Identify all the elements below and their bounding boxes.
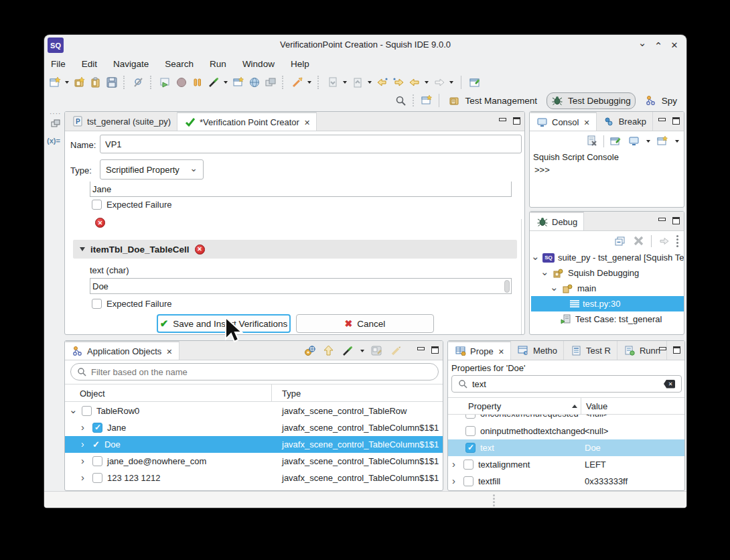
object-row-doe[interactable]: ✓ Doe javafx_scene_control_TableColumn$1… xyxy=(65,436,443,453)
next-annotation-dropdown-icon[interactable] xyxy=(343,81,347,84)
object-row-email[interactable]: jane_doe@nowhere_com javafx_scene_contro… xyxy=(65,453,443,470)
object-row-phone[interactable]: 123 123 1212 javafx_scene_control_TableC… xyxy=(65,470,443,486)
variables-view-icon[interactable]: (x)= xyxy=(47,137,60,145)
open-perspective-icon[interactable] xyxy=(421,94,433,107)
tab-breakpoints[interactable]: Breakp xyxy=(597,112,653,131)
maximize-panel-icon[interactable] xyxy=(672,117,680,125)
object-checkbox[interactable] xyxy=(92,456,102,466)
new-test-case-icon[interactable] xyxy=(89,76,102,89)
column-value[interactable]: Value xyxy=(586,401,607,411)
chevron-right-icon[interactable] xyxy=(80,474,88,482)
close-window-button[interactable] xyxy=(668,39,681,51)
minimize-panel-icon[interactable] xyxy=(499,118,506,124)
tab-application-objects[interactable]: Application Objects xyxy=(65,341,179,360)
type-dropdown[interactable]: Scriptified Property xyxy=(100,159,204,180)
picker-dropdown-icon[interactable] xyxy=(224,81,228,84)
record-icon[interactable] xyxy=(175,76,188,89)
quit-aut-icon[interactable] xyxy=(132,76,145,89)
expected-failure-checkbox-2[interactable] xyxy=(92,299,102,309)
maximize-panel-icon[interactable] xyxy=(431,346,439,354)
maximize-panel-icon[interactable] xyxy=(672,217,680,224)
object-picker-icon[interactable] xyxy=(207,76,220,89)
column-divider[interactable] xyxy=(271,384,272,402)
object-checkbox[interactable] xyxy=(82,406,92,416)
clear-filter-icon[interactable] xyxy=(664,380,675,389)
picker-dropdown-icon[interactable] xyxy=(360,350,364,352)
column-object[interactable]: Object xyxy=(80,389,105,399)
chevron-right-icon[interactable] xyxy=(80,458,88,466)
maximize-panel-icon[interactable] xyxy=(673,346,680,354)
debug-testcase-row[interactable]: Test Case: tst_general xyxy=(531,311,684,327)
perspective-test-management[interactable]: Test Management xyxy=(445,93,541,109)
pause-icon[interactable] xyxy=(191,76,204,89)
minimize-panel-icon[interactable] xyxy=(658,218,666,224)
property-checkbox[interactable] xyxy=(463,460,473,470)
perspective-spy[interactable]: Spy xyxy=(641,93,681,109)
minimize-panel-icon[interactable] xyxy=(659,347,666,353)
previous-annotation-icon[interactable] xyxy=(351,76,364,89)
property-filter-input[interactable] xyxy=(472,379,659,389)
tab-tst-general[interactable]: P tst_general (suite_py) xyxy=(65,112,177,131)
menu-edit[interactable]: Edit xyxy=(82,59,97,69)
minimize-panel-icon[interactable] xyxy=(417,347,425,353)
save-icon[interactable] xyxy=(105,76,118,89)
new-dropdown-icon[interactable] xyxy=(65,81,69,84)
back-icon[interactable] xyxy=(408,76,421,89)
pin-console-icon[interactable] xyxy=(609,135,622,147)
doe-value-field[interactable] xyxy=(90,278,512,294)
close-tab-icon[interactable] xyxy=(497,346,504,356)
tab-console[interactable]: Consol xyxy=(530,112,597,131)
expected-failure-checkbox-1[interactable] xyxy=(92,200,102,210)
section-header[interactable]: itemTbl_Doe_TableCell xyxy=(73,240,517,259)
forward-icon[interactable] xyxy=(433,76,445,89)
menu-search[interactable]: Search xyxy=(165,59,194,69)
property-checkbox-checked[interactable] xyxy=(465,443,476,453)
object-row-jane[interactable]: Jane javafx_scene_control_TableColumn$1$… xyxy=(65,419,443,436)
property-row-oninputmethodtextchanged[interactable]: oninputmethodtextchanged <null> xyxy=(448,423,684,439)
chevron-down-icon[interactable] xyxy=(540,269,549,277)
name-input-field[interactable] xyxy=(105,139,516,149)
new-window-icon[interactable] xyxy=(232,76,244,89)
refresh-objects-icon[interactable] xyxy=(303,344,316,357)
debug-main-row[interactable]: main xyxy=(531,281,684,296)
pick-parent-icon[interactable] xyxy=(322,344,335,357)
property-checkbox[interactable] xyxy=(465,415,476,419)
menu-file[interactable]: File xyxy=(51,59,66,69)
menu-navigate[interactable]: Navigate xyxy=(113,59,149,69)
chevron-right-icon[interactable] xyxy=(80,424,88,432)
menu-run[interactable]: Run xyxy=(210,59,226,69)
object-checkbox[interactable] xyxy=(92,473,102,483)
display-console-dropdown-icon[interactable] xyxy=(646,140,650,143)
jane-value-field[interactable] xyxy=(90,182,512,197)
debug-stack-frame-row[interactable]: test.py:30 xyxy=(531,296,684,311)
collapse-caret-icon[interactable] xyxy=(80,247,85,251)
remove-terminated-icon[interactable] xyxy=(632,234,645,247)
tab-test-results[interactable]: Test R xyxy=(564,341,617,360)
property-row-textalignment[interactable]: textalignment LEFT xyxy=(448,456,684,473)
view-menu-icon[interactable] xyxy=(676,235,678,247)
chevron-down-icon[interactable] xyxy=(550,285,558,293)
pin-editor-icon[interactable] xyxy=(468,76,481,89)
perspective-test-debugging[interactable]: Test Debugging xyxy=(546,92,636,109)
tab-methods[interactable]: M Metho xyxy=(511,341,564,360)
close-tab-icon[interactable] xyxy=(165,346,172,356)
debug-debugging-row[interactable]: Squish Debugging xyxy=(531,265,684,281)
property-row-text[interactable]: text Doe xyxy=(448,439,684,456)
windows-icon[interactable] xyxy=(264,76,277,89)
launch-dropdown-icon[interactable] xyxy=(307,81,311,84)
name-input[interactable] xyxy=(100,135,522,153)
object-filter-input[interactable] xyxy=(91,367,432,377)
property-row-textfill[interactable]: textfill 0x333333ff xyxy=(448,473,684,490)
object-checkbox-checked[interactable] xyxy=(92,423,102,433)
minimize-window-button[interactable] xyxy=(636,39,649,51)
doe-value-input[interactable] xyxy=(92,281,509,291)
tab-debug[interactable]: Debug xyxy=(530,212,584,230)
column-type[interactable]: Type xyxy=(282,389,301,399)
run-test-icon[interactable] xyxy=(159,76,171,89)
cancel-button[interactable]: Cancel xyxy=(296,314,434,333)
field-scrollbar[interactable] xyxy=(504,280,510,293)
search-icon[interactable] xyxy=(394,94,407,107)
edit-object-icon[interactable] xyxy=(390,344,403,357)
column-property[interactable]: Property xyxy=(468,401,501,411)
back-dropdown-icon[interactable] xyxy=(425,81,429,84)
